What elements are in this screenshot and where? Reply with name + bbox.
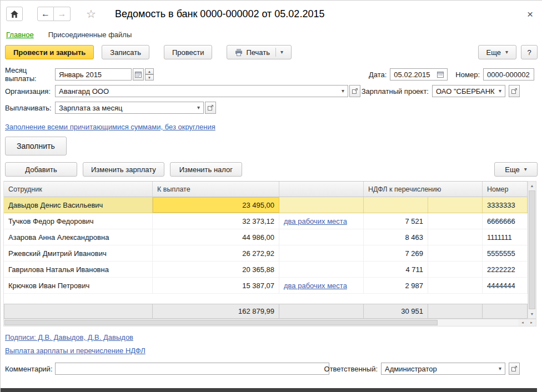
change-salary-button[interactable]: Изменить зарплату (83, 162, 164, 177)
page-title: Ведомость в банк 0000-000002 от 05.02.20… (115, 8, 324, 20)
cell-employee[interactable]: Давыдов Денис Васильевич (4, 197, 153, 213)
vertical-scrollbar-thumb[interactable] (529, 190, 535, 309)
fill-button[interactable]: Заполнить (5, 137, 67, 155)
cell-account[interactable]: 4444444 (483, 278, 528, 293)
employees-table: Сотрудник К выплате НДФЛ к перечислению … (3, 181, 536, 319)
cell-employee[interactable]: Азарова Анна Александровна (4, 229, 153, 245)
scroll-down-icon: ▼ (530, 312, 534, 316)
horizontal-scrollbar-track[interactable] (4, 319, 518, 326)
cell-ndfl[interactable]: 8 463 (364, 229, 428, 245)
salary-project-combo[interactable]: ОАО "СБЕРБАНК ▾ (432, 85, 505, 97)
scroll-left-button[interactable]: ◂ (518, 319, 527, 326)
signatures-link[interactable]: Подписи: Д.В. Давыдов, Д.В. Давыдов (5, 333, 133, 341)
nav-item-main[interactable]: Главное (6, 31, 34, 39)
cell-account[interactable]: 2222222 (483, 262, 528, 277)
favorites-button[interactable]: ☆ (83, 7, 99, 21)
spin-up-button[interactable]: ▲ (145, 68, 154, 74)
cell-account[interactable]: 6666666 (483, 213, 528, 229)
pay-combo[interactable]: Зарплата за месяц ▾ (55, 102, 204, 114)
date-input[interactable]: 05.02.2015 (390, 68, 448, 81)
command-toolbar: Провести и закрыть Записать Провести Печ… (1, 42, 542, 63)
month-input[interactable]: Январь 2015 (55, 68, 132, 81)
open-icon (511, 88, 518, 94)
payment-link[interactable]: Выплата зарплаты и перечисление НДФЛ (5, 346, 145, 355)
cell-ndfl[interactable]: 2 987 (364, 278, 428, 293)
chevron-down-icon[interactable]: ▾ (197, 105, 200, 110)
organization-open-button[interactable] (349, 85, 360, 97)
cell-employee[interactable]: Тучков Федор Федорович (4, 213, 153, 229)
table-row[interactable]: Ржевский Дмитрий Иванович 26 272,92 7 26… (4, 245, 528, 262)
cell-amount[interactable]: 15 387,07 (153, 278, 279, 293)
table-row[interactable]: Азарова Анна Александровна 44 986,00 8 4… (4, 229, 528, 245)
more-button-table[interactable]: Еще ▾ (494, 162, 538, 177)
post-and-close-button[interactable]: Провести и закрыть (5, 45, 94, 59)
organization-label: Организация: (5, 87, 55, 96)
number-input[interactable]: 0000-000002 (483, 68, 534, 81)
fill-settings-link[interactable]: Заполнение всеми причитающимися суммами,… (5, 123, 215, 131)
cell-employee[interactable]: Крючков Иван Петрович (4, 278, 153, 293)
cell-employee[interactable]: Ржевский Дмитрий Иванович (4, 245, 153, 261)
salary-project-open-button[interactable] (509, 85, 520, 97)
spin-down-button[interactable]: ▼ (145, 74, 154, 81)
cell-amount[interactable]: 23 495,00 (153, 197, 279, 213)
print-button[interactable]: Печать ▾ (227, 45, 292, 59)
more-button-top[interactable]: Еще ▾ (478, 45, 516, 59)
comment-input[interactable] (55, 363, 329, 375)
scroll-down-button[interactable]: ▼ (528, 310, 536, 318)
scroll-right-button[interactable]: ▸ (527, 319, 536, 326)
forward-button[interactable]: → (54, 7, 71, 21)
help-button[interactable]: ? (521, 45, 538, 59)
cell-ndfl[interactable] (364, 197, 428, 213)
history-nav: ← → (37, 7, 71, 21)
cell-workplaces (279, 245, 364, 261)
cell-spare (428, 213, 483, 229)
workplaces-link[interactable]: два рабочих места (284, 282, 347, 290)
workplaces-link[interactable]: два рабочих места (284, 217, 347, 225)
totals-ndfl: 30 951 (364, 304, 428, 319)
close-icon: × (527, 8, 533, 20)
scroll-up-button[interactable]: ▲ (528, 182, 536, 190)
table-row[interactable]: Тучков Федор Федорович 32 373,12 два раб… (4, 213, 528, 229)
home-button[interactable] (6, 7, 23, 21)
back-button[interactable]: ← (37, 7, 54, 21)
month-calendar-button[interactable] (133, 68, 144, 81)
vertical-scrollbar[interactable]: ▲ ▼ (528, 181, 536, 319)
date-number-group: Дата: 05.02.2015 Номер: 0000-000002 (369, 68, 534, 81)
change-tax-button[interactable]: Изменить налог (170, 162, 242, 177)
cell-amount[interactable]: 44 986,00 (153, 229, 279, 245)
chevron-down-icon[interactable]: ▾ (342, 88, 344, 94)
responsible-open-button[interactable] (509, 363, 520, 375)
home-icon (11, 11, 18, 18)
responsible-combo[interactable]: Администратор ▾ (381, 363, 505, 375)
write-button[interactable]: Записать (102, 45, 149, 59)
chevron-down-icon[interactable]: ▾ (499, 88, 501, 94)
add-row-button[interactable]: Добавить (5, 162, 77, 177)
nav-item-attachments[interactable]: Присоединенные файлы (48, 31, 132, 39)
cell-amount[interactable]: 32 373,12 (153, 213, 279, 229)
calendar-icon[interactable] (437, 71, 444, 78)
cell-ndfl[interactable]: 7 269 (364, 245, 428, 261)
table-row[interactable]: Давыдов Денис Васильевич 23 495,00 33333… (4, 197, 528, 213)
responsible-group: Ответственный: Администратор ▾ (324, 363, 520, 375)
table-row[interactable]: Крючков Иван Петрович 15 387,07 два рабо… (4, 278, 528, 294)
post-button[interactable]: Провести (164, 45, 213, 59)
cell-ndfl[interactable]: 7 521 (364, 213, 428, 229)
responsible-label: Ответственный: (324, 365, 378, 373)
cell-account[interactable]: 3333333 (483, 197, 528, 213)
column-header-employee: Сотрудник (4, 182, 153, 197)
cell-account[interactable]: 1111111 (483, 229, 528, 245)
table-row[interactable]: Гаврилова Наталья Ивановна 20 365,88 4 7… (4, 262, 528, 278)
horizontal-scrollbar[interactable]: ◂ ▸ (3, 319, 536, 326)
cell-employee[interactable]: Гаврилова Наталья Ивановна (4, 262, 153, 277)
cell-ndfl[interactable]: 4 711 (364, 262, 428, 277)
title-bar: ← → ☆ Ведомость в банк 0000-000002 от 05… (1, 1, 542, 27)
close-button[interactable]: × (524, 8, 536, 20)
cell-amount[interactable]: 20 365,88 (153, 262, 279, 277)
cell-amount[interactable]: 26 272,92 (153, 245, 279, 261)
month-label: Месяц выплаты: (5, 66, 55, 83)
chevron-down-icon[interactable]: ▾ (499, 366, 501, 371)
horizontal-scrollbar-thumb[interactable] (4, 320, 438, 325)
cell-account[interactable]: 5555555 (483, 245, 528, 261)
pay-open-button[interactable] (205, 102, 216, 114)
organization-combo[interactable]: Авангард ООО ▾ (55, 85, 348, 97)
